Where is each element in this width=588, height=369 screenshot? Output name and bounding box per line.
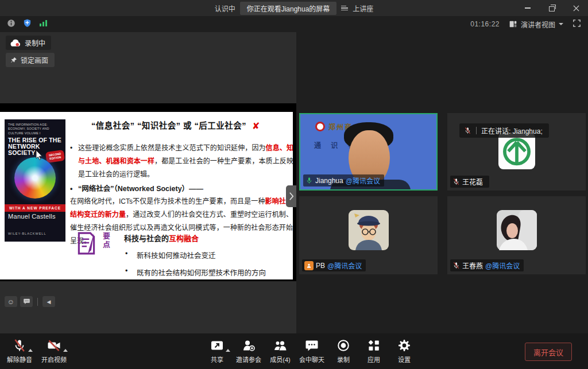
meeting-title-left: 认识中 (215, 3, 235, 13)
quick-chat-button[interactable] (20, 296, 33, 307)
collapse-toolbar-button[interactable]: ◀ (42, 296, 55, 307)
slide-title: “信息社会” “知识社会” 或 “后工业社会”✘ (72, 119, 279, 131)
watching-screen-banner: 你正在观看Jianghua的屏幕 (240, 2, 337, 15)
chevron-up-icon[interactable] (28, 349, 33, 352)
participant-name-badge: Jianghua@腾讯会议 (303, 174, 384, 187)
recording-label: 录制中 (25, 38, 45, 48)
participant-org: @腾讯会议 (485, 261, 520, 270)
unmute-button[interactable]: 解除静音 (7, 337, 32, 364)
divider (476, 127, 477, 134)
share-screen-button[interactable]: 共享 (206, 337, 229, 364)
meeting-info-icon[interactable] (7, 19, 16, 30)
chat-label: 会中聊天 (299, 355, 324, 364)
avatar (497, 210, 537, 253)
recording-indicator[interactable]: 录制中 (6, 36, 51, 50)
speaking-indicator: 正在讲话: Jianghua; (459, 123, 549, 138)
pin-icon (10, 57, 17, 64)
settings-button[interactable]: 设置 (393, 337, 416, 364)
chat-icon (305, 339, 319, 352)
participant-name: Jianghua (315, 177, 343, 185)
red-cross-mark: ✘ (252, 121, 260, 131)
keypoint-label: 要点 (100, 232, 111, 249)
mouse-cursor (36, 150, 43, 160)
maximize-button[interactable] (540, 0, 564, 16)
minimize-button[interactable] (516, 0, 540, 16)
university-logo (315, 122, 325, 131)
book-edition-badge: SECOND EDITION (45, 150, 65, 163)
reaction-toolbar: ☺ ◀ (5, 296, 55, 307)
leave-meeting-button[interactable]: 离开会议 (525, 343, 572, 361)
apps-button[interactable]: 应用 (362, 337, 385, 364)
mobile-user-icon (304, 261, 314, 270)
keypoint-block: 要点 科技与社会的互构融合 新科技如何推动社会变迁 既有的社会结构如何形塑技术作… (76, 231, 266, 278)
minimize-icon (525, 7, 531, 9)
chat-bubble-icon (23, 298, 30, 305)
paragraph-text: 在网络化时代，ICTs不仅是作为技术性的生产要素，而且是一种 (70, 197, 265, 205)
emoji-reaction-button[interactable]: ☺ (5, 296, 17, 307)
video-tile-wanghualei[interactable]: 正在讲话: Jianghua; 王花磊 (447, 113, 586, 191)
network-signal-icon[interactable] (39, 19, 48, 29)
restore-icon (549, 6, 555, 11)
apps-grid-icon (367, 339, 381, 352)
arrow-left-icon: ◀ (47, 299, 51, 305)
keypoint-bullet-2: 既有的社会结构如何形塑技术作用的方向 (124, 267, 266, 278)
shared-screen-stage: 录制中 锁定画面 THE INFORMATION AGE: ECONOMY, S… (0, 32, 296, 333)
chat-button[interactable]: 会中聊天 (299, 337, 324, 364)
mic-muted-icon (452, 262, 460, 269)
slide-letterbox: THE INFORMATION AGE: ECONOMY, SOCIETY AN… (0, 103, 296, 281)
meeting-title-right: 上讲座 (353, 3, 373, 13)
keypoint-title-highlight: 互构融合 (169, 234, 199, 243)
avatar (349, 210, 389, 253)
chevron-up-icon[interactable] (226, 349, 230, 352)
lock-screen-button[interactable]: 锁定画面 (6, 53, 55, 67)
leave-meeting-label: 离开会议 (533, 347, 563, 358)
meeting-timer: 01:16:22 (470, 20, 500, 28)
slide-title-text: “信息社会” “知识社会” 或 “后工业社会” (91, 121, 246, 130)
keypoint-title: 科技与社会的互构融合 (124, 232, 266, 243)
invite-button[interactable]: 邀请参会 (236, 337, 261, 364)
start-video-label: 开启视频 (41, 355, 67, 364)
view-mode-label: 演讲者视图 (521, 20, 555, 29)
close-button[interactable] (564, 0, 588, 16)
share-screen-icon (210, 339, 224, 352)
book-cover: THE INFORMATION AGE: ECONOMY, SOCIETY AN… (5, 119, 65, 242)
panel-collapse-handle[interactable] (286, 185, 296, 207)
book-author-text: Manuel Castells (8, 213, 56, 220)
video-tile-wangchunyan[interactable]: 王春燕@腾讯会议 (447, 196, 586, 274)
mic-active-icon (305, 177, 313, 184)
book-series-text: THE INFORMATION AGE: ECONOMY, SOCIETY AN… (5, 119, 65, 135)
members-label: 成员(4) (270, 355, 290, 364)
settings-label: 设置 (398, 355, 411, 364)
window-titlebar: 认识中 你正在观看Jianghua的屏幕 上讲座 (0, 0, 588, 16)
keypoint-title-text: 科技与社会的 (124, 234, 169, 243)
view-mode-button[interactable]: 演讲者视图 (509, 20, 563, 29)
cloud-record-icon (10, 39, 21, 47)
meeting-statusbar: 01:16:22 演讲者视图 (0, 16, 588, 32)
security-shield-icon[interactable] (23, 18, 32, 30)
invite-label: 邀请参会 (236, 355, 261, 364)
record-button[interactable]: 录制 (332, 337, 355, 364)
mic-muted-icon (452, 178, 460, 185)
close-icon (573, 5, 579, 11)
meeting-window: 认识中 你正在观看Jianghua的屏幕 上讲座 01:1 (0, 0, 588, 369)
participant-name: PB (316, 262, 325, 270)
bullet1-text: 这些理论概念实质上依然是技术主义范式下的知识延伸，因为 (78, 144, 266, 152)
video-tile-jianghua[interactable]: 郑州商 通 识 名 家 Jianghua@腾讯会议 (299, 113, 438, 191)
participant-name: 王花磊 (462, 177, 483, 187)
chevron-down-icon (559, 23, 563, 25)
participant-name: 王春燕 (462, 261, 483, 270)
video-tile-pb[interactable]: PB@腾讯会议 (299, 196, 438, 274)
fullscreen-button[interactable] (572, 19, 581, 29)
members-button[interactable]: 成员(4) (269, 337, 292, 364)
participant-name-badge: 王花磊 (450, 176, 489, 188)
meeting-toolbar: 解除静音 开启视频 (0, 333, 588, 369)
lock-screen-label: 锁定画面 (21, 55, 48, 65)
avatar (498, 133, 535, 172)
speaking-text: 正在讲话: Jianghua; (481, 126, 543, 135)
chevron-up-icon[interactable] (63, 349, 68, 352)
slide-bullet-2: “网络社会”（Networked Society）—— (70, 182, 293, 196)
share-label: 共享 (211, 355, 223, 364)
unmute-label: 解除静音 (7, 355, 32, 364)
start-video-button[interactable]: 开启视频 (41, 337, 67, 364)
mic-muted-icon (13, 339, 26, 352)
